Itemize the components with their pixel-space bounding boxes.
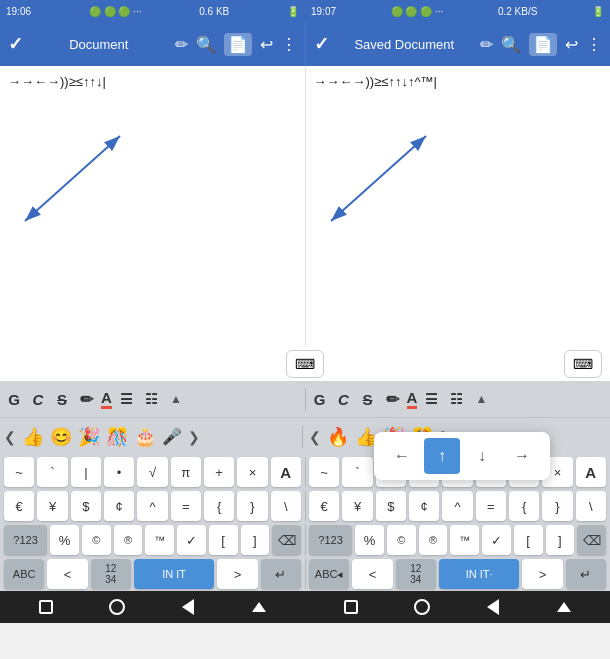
key-plus-l[interactable]: + [204, 457, 234, 487]
key-abc-l[interactable]: ABC [4, 559, 44, 589]
bold-btn-left[interactable]: G [4, 389, 24, 410]
key-tm-r[interactable]: ™ [450, 525, 479, 555]
emoji-fire-right[interactable]: 🔥 [327, 426, 349, 448]
key-copy-r[interactable]: © [387, 525, 416, 555]
search-icon-right[interactable]: 🔍 [501, 35, 521, 54]
key-eq-r[interactable]: = [476, 491, 506, 521]
up-btn-right[interactable]: ▲ [471, 390, 491, 408]
pencil-icon-right[interactable]: ✏ [480, 35, 493, 54]
key-A-l[interactable]: A [271, 457, 301, 487]
key-init-l[interactable]: IN IT [134, 559, 215, 589]
key-cent-r[interactable]: ¢ [409, 491, 439, 521]
key-check-l[interactable]: ✓ [177, 525, 206, 555]
key-reg-l[interactable]: ® [114, 525, 143, 555]
key-reg-r[interactable]: ® [419, 525, 448, 555]
strike-btn-right[interactable]: S [358, 389, 378, 410]
key-rbrace-r[interactable]: } [542, 491, 572, 521]
search-icon-left[interactable]: 🔍 [196, 35, 216, 54]
strike-btn-left[interactable]: S [52, 389, 72, 410]
key-init-r[interactable]: IN IT· [439, 559, 520, 589]
key-bullet-l[interactable]: • [104, 457, 134, 487]
key-backspace-l[interactable]: ⌫ [272, 525, 301, 555]
list-btn-right[interactable]: ☰ [421, 389, 442, 409]
cursor-left-btn[interactable]: ← [384, 438, 420, 474]
italic-btn-left[interactable]: C [28, 389, 48, 410]
key-1234-l[interactable]: 1234 [91, 559, 131, 589]
key-gt-l[interactable]: > [217, 559, 257, 589]
key-lt-l[interactable]: < [47, 559, 87, 589]
mic-icon-left[interactable]: 🎤 [162, 427, 182, 446]
key-lbracket-l[interactable]: [ [209, 525, 238, 555]
nav-up-right[interactable] [553, 596, 575, 618]
nav-square-left[interactable] [35, 596, 57, 618]
key-tilde-l[interactable]: ~ [4, 457, 34, 487]
emoji-prev-right[interactable]: ❮ [309, 429, 321, 445]
key-lbracket-r[interactable]: [ [514, 525, 543, 555]
key-times-l[interactable]: × [237, 457, 267, 487]
color-btn-left[interactable]: A [101, 389, 112, 409]
doc-panel-right[interactable]: →→←→))≥≤↑↑↓↑^™| [306, 66, 611, 346]
key-abc-r[interactable]: ABC◂ [309, 559, 349, 589]
list2-btn-right[interactable]: ☷ [446, 389, 467, 409]
key-backspace-r[interactable]: ⌫ [577, 525, 606, 555]
pencil-icon-left[interactable]: ✏ [175, 35, 188, 54]
nav-circle-right[interactable] [411, 596, 433, 618]
nav-square-right[interactable] [340, 596, 362, 618]
key-cent-l[interactable]: ¢ [104, 491, 134, 521]
more-icon-right[interactable]: ⋮ [586, 35, 602, 54]
nav-back-left[interactable] [177, 596, 199, 618]
key-rbracket-l[interactable]: ] [241, 525, 270, 555]
key-A-r[interactable]: A [576, 457, 606, 487]
key-tm-l[interactable]: ™ [145, 525, 174, 555]
emoji-thumbs-left[interactable]: 👍 [22, 426, 44, 448]
more-icon-left[interactable]: ⋮ [281, 35, 297, 54]
key-sqrt-l[interactable]: √ [137, 457, 167, 487]
key-backtick-l[interactable]: ` [37, 457, 67, 487]
key-rbracket-r[interactable]: ] [546, 525, 575, 555]
keyboard-hide-button[interactable]: ⌨ [286, 350, 324, 378]
key-enter-r[interactable]: ↵ [566, 559, 606, 589]
undo-icon-right[interactable]: ↩ [565, 35, 578, 54]
italic-btn-right[interactable]: C [334, 389, 354, 410]
key-caret-l[interactable]: ^ [137, 491, 167, 521]
doc-icon-left[interactable]: 📄 [224, 33, 252, 56]
highlight-btn-left[interactable]: ✏ [76, 388, 97, 411]
key-yen-r[interactable]: ¥ [342, 491, 372, 521]
key-pipe-l[interactable]: | [71, 457, 101, 487]
key-bslash-r[interactable]: \ [576, 491, 606, 521]
check-icon-left[interactable]: ✓ [8, 33, 23, 55]
highlight-btn-right[interactable]: ✏ [382, 388, 403, 411]
emoji-next-left[interactable]: ❯ [188, 429, 200, 445]
key-yen-l[interactable]: ¥ [37, 491, 67, 521]
up-btn-left[interactable]: ▲ [166, 390, 186, 408]
cursor-up-btn[interactable]: ↑ [424, 438, 460, 474]
emoji-party-left[interactable]: 🎉 [78, 426, 100, 448]
key-bslash-l[interactable]: \ [271, 491, 301, 521]
key-dollar-r[interactable]: $ [376, 491, 406, 521]
emoji-confetti-left[interactable]: 🎊 [106, 426, 128, 448]
key-tilde-r[interactable]: ~ [309, 457, 339, 487]
key-1234-r[interactable]: 1234 [396, 559, 436, 589]
key-pct-l[interactable]: % [50, 525, 79, 555]
key-caret-r[interactable]: ^ [442, 491, 472, 521]
nav-back-right[interactable] [482, 596, 504, 618]
cursor-down-btn[interactable]: ↓ [464, 438, 500, 474]
list2-btn-left[interactable]: ☷ [141, 389, 162, 409]
key-num-r[interactable]: ?123 [309, 525, 352, 555]
key-check-r[interactable]: ✓ [482, 525, 511, 555]
key-euro-r[interactable]: € [309, 491, 339, 521]
nav-up-left[interactable] [248, 596, 270, 618]
key-backtick-r[interactable]: ` [342, 457, 372, 487]
check-icon-right[interactable]: ✓ [314, 33, 329, 55]
doc-icon-right[interactable]: 📄 [529, 33, 557, 56]
key-lbrace-r[interactable]: { [509, 491, 539, 521]
doc-panel-left[interactable]: →→←→))≥≤↑↑↓| [0, 66, 306, 346]
emoji-smile-left[interactable]: 😊 [50, 426, 72, 448]
emoji-cake-left[interactable]: 🎂 [134, 426, 156, 448]
key-copy-l[interactable]: © [82, 525, 111, 555]
key-rbrace-l[interactable]: } [237, 491, 267, 521]
key-pct-r[interactable]: % [355, 525, 384, 555]
key-eq-l[interactable]: = [171, 491, 201, 521]
key-num-l[interactable]: ?123 [4, 525, 47, 555]
key-gt-r[interactable]: > [522, 559, 562, 589]
